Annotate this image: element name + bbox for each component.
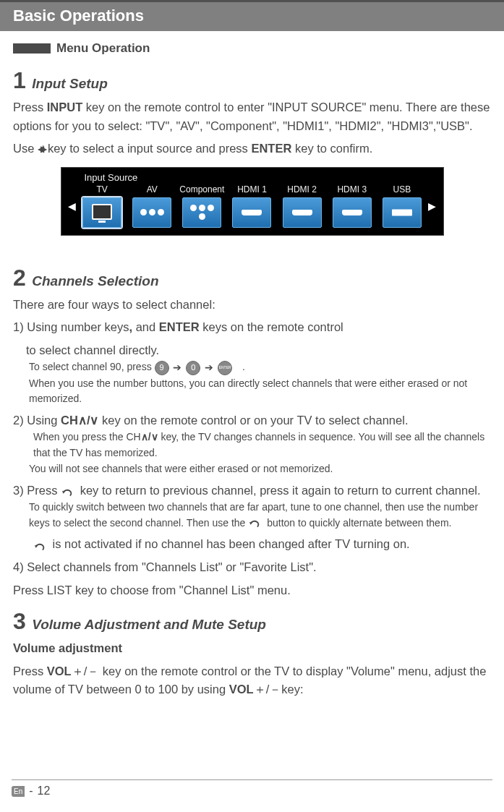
step-3-number: 3	[13, 608, 26, 634]
section-heading: Menu Operation	[56, 41, 150, 56]
footer-dash: -	[29, 785, 33, 798]
page-content: Menu Operation 1 Input Setup Press INPUT…	[0, 41, 504, 699]
method-4-line-1: 4) Select channels from "Channels List" …	[13, 558, 491, 577]
av-icon	[132, 197, 171, 228]
hdmi-icon	[232, 197, 271, 228]
language-badge: En	[12, 786, 25, 797]
usb-icon	[383, 197, 422, 228]
method-3-note-2: is not activated if no channel has been …	[33, 535, 491, 554]
key-enter-icon: ENTER	[218, 361, 232, 375]
arrow-right-icon: ➔	[205, 362, 213, 373]
step-1-paragraph-1: Press INPUT key on the remote control to…	[13, 98, 491, 135]
section-heading-row: Menu Operation	[13, 41, 491, 56]
return-icon	[61, 485, 77, 497]
step-3-paragraph: Press VOL＋/－ key on the remote control o…	[13, 662, 491, 699]
method-2-line: 2) Using CH∧/∨ key on the remote control…	[13, 411, 491, 430]
key-9-icon: 9	[155, 361, 169, 375]
source-item-usb[interactable]: USB	[378, 184, 426, 228]
page-header-title: Basic Operations	[13, 7, 144, 25]
step-1-paragraph-2: Use ◀/▶ key to select a input source and…	[13, 140, 491, 158]
step-3-subheading: Volume adjustment	[13, 639, 491, 658]
step-2-intro: There are four ways to select channel:	[13, 296, 491, 315]
step-1-title: Input Setup	[32, 76, 107, 91]
method-1-line-2: to select channel directly.	[26, 341, 491, 360]
step-1-number: 1	[13, 67, 26, 93]
source-item-component[interactable]: Component	[178, 184, 226, 228]
input-source-title: Input Source	[61, 168, 443, 183]
nav-right-icon[interactable]: ▶	[427, 200, 437, 212]
page-footer: En - 12	[12, 779, 492, 798]
key-0-icon: 0	[186, 361, 200, 375]
hdmi-icon	[283, 197, 322, 228]
method-3-note: To quickly switch between two channels t…	[29, 500, 491, 531]
input-source-items: TV AV Component HDMI 1 HDMI 2	[77, 184, 427, 228]
chevron-up-down-icon: ∧/∨	[78, 414, 99, 427]
step-2-number: 2	[13, 265, 26, 291]
method-1-note-2: When you use the number buttons, you can…	[29, 376, 491, 407]
page-number: 12	[38, 785, 51, 798]
step-2-heading: 2 Channels Selection	[13, 265, 491, 291]
section-marker	[13, 43, 51, 54]
input-source-panel: Input Source ◀ TV AV Component HDMI 1	[61, 167, 444, 236]
source-item-tv[interactable]: TV	[78, 184, 126, 228]
step-3-title: Volume Adjustment and Mute Setup	[32, 617, 266, 632]
method-3-line: 3) Press key to return to previous chann…	[13, 482, 491, 500]
method-1-line-1: 1) Using number keys, and ENTER keys on …	[13, 318, 491, 337]
arrow-right-icon: ➔	[173, 362, 181, 373]
source-item-hdmi1[interactable]: HDMI 1	[228, 184, 276, 228]
chevron-up-down-icon: ∧/∨	[141, 431, 158, 443]
component-icon	[182, 197, 221, 228]
step-1-heading: 1 Input Setup	[13, 67, 491, 94]
method-2-note-2: You will not see channels that were eith…	[29, 461, 491, 477]
return-icon	[33, 539, 49, 551]
method-2-note-1: When you press the CH∧/∨ key, the TV cha…	[33, 429, 491, 461]
step-3-heading: 3 Volume Adjustment and Mute Setup	[13, 608, 491, 635]
method-1-note-1: To select channel 90, press 9 ➔ 0 ➔ ENTE…	[29, 359, 491, 375]
left-right-arrow-icon: ◀/▶	[38, 142, 44, 156]
return-icon	[248, 518, 264, 529]
page-header: Basic Operations	[0, 0, 504, 31]
nav-left-icon[interactable]: ◀	[67, 200, 77, 212]
source-item-av[interactable]: AV	[128, 184, 176, 228]
method-4-line-2: Press LIST key to choose from "Channel L…	[13, 581, 491, 600]
input-source-row: ◀ TV AV Component HDMI 1	[61, 183, 443, 228]
source-item-hdmi2[interactable]: HDMI 2	[278, 184, 326, 228]
tv-icon	[82, 197, 121, 228]
step-2-title: Channels Selection	[32, 273, 158, 289]
hdmi-icon	[333, 197, 372, 228]
source-item-hdmi3[interactable]: HDMI 3	[328, 184, 376, 228]
